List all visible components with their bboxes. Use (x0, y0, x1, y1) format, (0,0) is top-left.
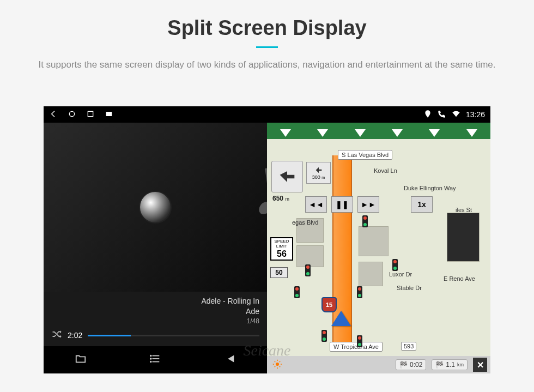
status-time: 13:26 (466, 110, 485, 119)
nav-footer: 🏁 0:02 🏁 1.1 km ✕ (267, 356, 490, 373)
device-screenshot: 13:26 ♪ Adele - Rolling In Ade 1/48 2:02 (44, 106, 490, 373)
progress-bar[interactable] (88, 335, 259, 336)
home-icon[interactable] (68, 110, 76, 120)
street-label: egas Blvd (289, 218, 321, 227)
interstate-sign: 15 (321, 297, 337, 312)
nav-speed-button[interactable]: 1x (411, 196, 433, 213)
page-title: Split Screen Display (0, 16, 534, 40)
next-turn-box: 300 m (306, 162, 331, 184)
street-label: W Tropicana Ave (330, 342, 383, 352)
title-divider (256, 46, 278, 48)
settings-icon[interactable] (270, 359, 282, 371)
svg-point-8 (150, 361, 151, 363)
map-pane[interactable]: S Las Vegas Blvd Koval Ln Duke Ellington… (267, 123, 490, 373)
shuffle-icon[interactable] (51, 329, 62, 342)
svg-rect-2 (106, 112, 112, 116)
turn-distance-unit: m (285, 196, 289, 202)
playlist-icon[interactable] (148, 353, 162, 367)
back-icon[interactable] (49, 110, 58, 120)
nav-pause-button[interactable]: ❚❚ (331, 196, 353, 213)
phone-icon (438, 110, 446, 120)
nav-prev-button[interactable]: ◄◄ (305, 196, 327, 213)
street-label: Koval Ln (371, 166, 400, 175)
prev-track-icon[interactable] (223, 353, 237, 367)
svg-point-6 (150, 355, 151, 357)
image-icon[interactable] (105, 110, 113, 120)
nav-position-cursor (331, 311, 351, 326)
route-sign: 50 (270, 267, 288, 278)
album-art-area: ♪ (44, 123, 267, 292)
eta-time-chip[interactable]: 🏁 0:02 (396, 359, 426, 370)
play-button[interactable] (139, 191, 172, 224)
elapsed-time: 2:02 (68, 331, 82, 340)
recent-icon[interactable] (86, 110, 95, 120)
close-nav-button[interactable]: ✕ (473, 358, 487, 372)
wifi-icon (452, 110, 460, 120)
location-icon (423, 110, 432, 120)
svg-point-0 (69, 111, 74, 116)
folder-icon[interactable] (74, 353, 88, 367)
svg-point-7 (150, 358, 151, 359)
lane-arrows (267, 127, 490, 139)
street-label: E Reno Ave (440, 274, 478, 283)
track-title: Adele - Rolling In (51, 296, 259, 306)
svg-rect-1 (88, 111, 93, 116)
track-count: 1/48 (51, 317, 259, 325)
eta-distance-chip[interactable]: 🏁 1.1 km (432, 359, 468, 370)
status-bar: 13:26 (44, 106, 490, 123)
street-label: Luxor Dr (386, 270, 415, 279)
turn-instruction (271, 161, 303, 192)
street-badge: 593 (401, 342, 416, 351)
track-artist: Ade (51, 306, 259, 317)
page-description: It supports the same screen display of t… (0, 58, 534, 72)
turn-distance: 650 (272, 195, 283, 202)
street-label: iles St (452, 206, 475, 214)
svg-point-9 (276, 363, 279, 366)
music-pane: ♪ Adele - Rolling In Ade 1/48 2:02 (44, 123, 267, 373)
nav-next-button[interactable]: ►► (357, 196, 379, 213)
street-label: S Las Vegas Blvd (338, 150, 392, 160)
speed-limit-sign: SPEED LIMIT 56 (270, 237, 293, 261)
street-label: Duke Ellington Way (400, 184, 459, 192)
street-label: Stable Dr (393, 284, 425, 292)
